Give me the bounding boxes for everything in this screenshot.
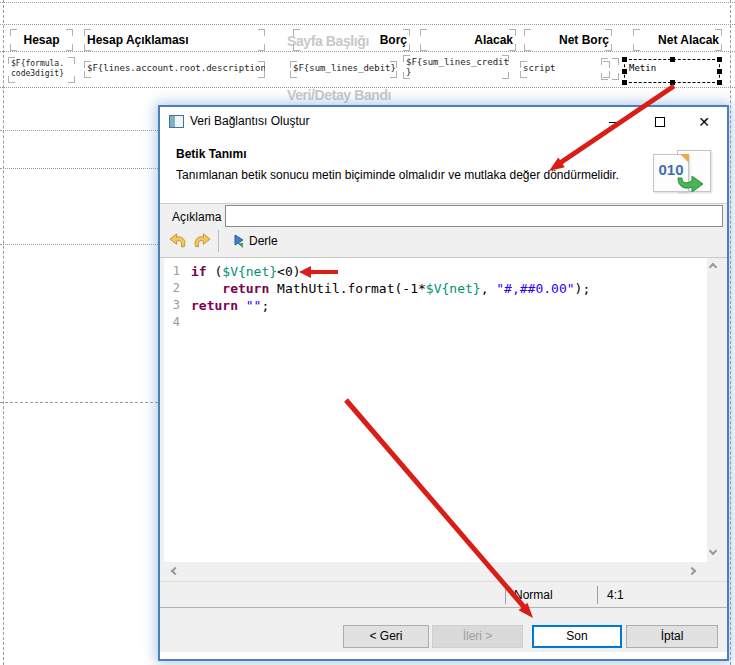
resize-handle[interactable]: [670, 57, 675, 62]
scroll-up-icon[interactable]: [709, 263, 717, 271]
resize-handle[interactable]: [717, 80, 722, 85]
green-arrow-icon: [675, 172, 705, 194]
resize-handle[interactable]: [670, 80, 675, 85]
column-header-net-borc[interactable]: Net Borç: [524, 29, 612, 51]
undo-icon: [169, 233, 188, 249]
compile-button[interactable]: Derle: [226, 230, 285, 252]
vertical-scrollbar[interactable]: [707, 258, 721, 562]
back-button[interactable]: < Geri: [343, 625, 429, 648]
finish-button[interactable]: Son: [532, 625, 622, 648]
column-header-hesap[interactable]: Hesap: [10, 29, 73, 51]
detail-band-label: Veri/Detay Bandı: [287, 87, 391, 103]
aciklama-label: Açıklama: [172, 206, 221, 228]
band-separator: [0, 51, 735, 52]
editor-statusbar: Normal 4:1: [160, 581, 727, 607]
band-separator: [0, 168, 158, 169]
close-button[interactable]: ✕: [687, 107, 721, 137]
column-header-hesap-aciklamasi[interactable]: Hesap Açıklaması: [84, 29, 265, 51]
field-account-code-line2: code3digit}: [11, 69, 64, 78]
statusbar-separator: [597, 586, 598, 604]
field-script[interactable]: script: [520, 61, 610, 78]
folded-corner-icon: [680, 154, 689, 163]
band-separator: [0, 244, 158, 245]
minimize-button[interactable]: [597, 107, 631, 137]
column-header-net-alacak[interactable]: Net Alacak: [633, 29, 722, 51]
veri-baglantisi-olustur-dialog: Veri Bağlantısı Oluştur ✕ Betik Tanımı T…: [158, 105, 729, 661]
minimize-icon: [609, 122, 620, 123]
report-designer-canvas: Sayfa Başlığı Veri/Detay Bandı Hesap Hes…: [0, 0, 735, 665]
field-sum-lines-credit-line1: $F{sum_lines_credit: [406, 57, 509, 67]
statusbar-caret-position: 4:1: [607, 588, 624, 602]
maximize-icon: [655, 117, 665, 127]
resize-handle[interactable]: [622, 57, 627, 62]
line-number-gutter: 1234: [164, 263, 185, 331]
statusbar-separator: [505, 586, 506, 604]
dialog-app-icon: [169, 115, 184, 128]
undo-button[interactable]: [168, 230, 190, 252]
compile-button-label: Derle: [249, 234, 278, 248]
selected-text-element-label: Metin: [629, 63, 656, 73]
left-margin-guide: [3, 0, 4, 665]
cancel-button[interactable]: İptal: [626, 625, 718, 648]
script-code-editor[interactable]: 1234 if ($V{net}<0) return MathUtil.form…: [164, 258, 721, 562]
compile-icon: [233, 234, 245, 249]
selected-text-element-metin[interactable]: Metin: [624, 59, 720, 83]
band-separator: [0, 2, 735, 3]
wizard-header: Betik Tanımı Tanımlanan betik sonucu met…: [160, 137, 727, 204]
statusbar-mode: Normal: [514, 588, 553, 602]
resize-handle[interactable]: [622, 80, 627, 85]
scroll-left-icon[interactable]: [171, 567, 179, 575]
column-header-alacak[interactable]: Alacak: [420, 29, 516, 51]
resize-handle[interactable]: [622, 69, 627, 74]
dialog-title: Veri Bağlantısı Oluştur: [190, 114, 309, 128]
field-account-description[interactable]: $F{lines.account.root.description}: [84, 61, 265, 78]
code-lines: if ($V{net}<0) return MathUtil.format(-1…: [191, 263, 705, 331]
cell-corner-marks: [601, 58, 619, 80]
resize-handle[interactable]: [717, 69, 722, 74]
column-header-borc[interactable]: Borç: [293, 29, 410, 51]
next-button[interactable]: İleri >: [432, 625, 523, 648]
field-account-code[interactable]: $F{formula. code3digit}: [8, 57, 75, 83]
aciklama-input[interactable]: [225, 205, 723, 227]
band-separator: [0, 402, 158, 403]
field-sum-lines-credit-line2: }: [406, 67, 411, 77]
field-sum-lines-credit[interactable]: $F{sum_lines_credit }: [403, 55, 509, 79]
dialog-titlebar[interactable]: Veri Bağlantısı Oluştur ✕: [160, 107, 727, 137]
wizard-step-description: Tanımlanan betik sonucu metin biçiminde …: [176, 168, 619, 182]
right-margin-guide: [730, 0, 731, 665]
dialog-footer-strip: [160, 652, 727, 659]
band-separator: [0, 130, 158, 131]
field-sum-lines-debit[interactable]: $F{sum_lines_debit}: [290, 61, 397, 78]
redo-icon: [192, 233, 211, 249]
band-separator: [0, 24, 735, 25]
resize-handle[interactable]: [717, 57, 722, 62]
wizard-step-title: Betik Tanımı: [176, 147, 246, 161]
script-wizard-icon: 010: [651, 148, 717, 194]
horizontal-scrollbar[interactable]: [164, 562, 721, 581]
field-account-code-line1: $F{formula.: [11, 59, 64, 68]
toolbar-separator: [218, 230, 219, 252]
maximize-button[interactable]: [643, 107, 677, 137]
redo-button[interactable]: [191, 230, 213, 252]
scroll-right-icon[interactable]: [688, 567, 696, 575]
scroll-down-icon[interactable]: [709, 547, 717, 555]
